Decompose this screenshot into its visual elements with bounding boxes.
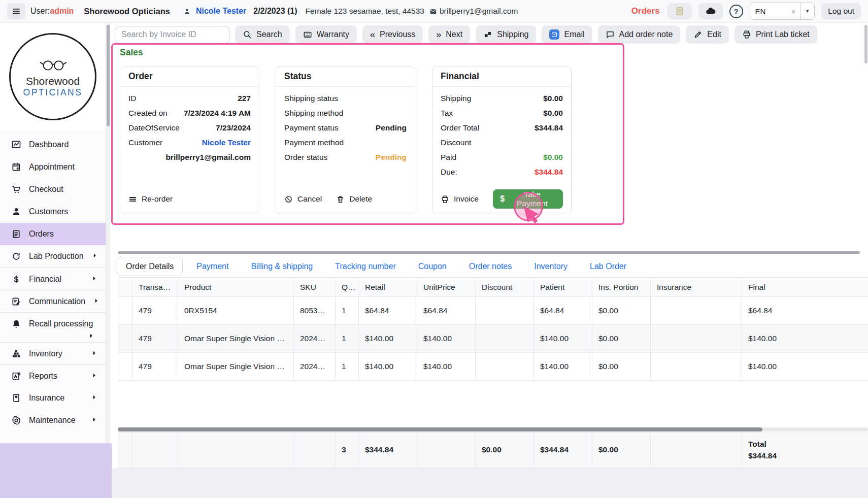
- upper-horizontal-scrollbar[interactable]: [118, 251, 860, 254]
- sidebar-nav: DashboardAppointmentCheckoutCustomersOrd…: [0, 130, 106, 431]
- shipping-button[interactable]: Shipping: [476, 25, 536, 44]
- sidebar-scrollbar-thumb[interactable]: [107, 25, 110, 126]
- sidebar-scrollbar[interactable]: [106, 23, 110, 443]
- sidebar-item-orders[interactable]: Orders: [0, 223, 106, 245]
- warranty-button[interactable]: Warranty: [295, 25, 357, 44]
- sidebar-item-reports[interactable]: Reports: [0, 364, 106, 387]
- main-content: SearchWarranty«Previouss»NextShippingEma…: [110, 23, 868, 468]
- financial-card-row: Due:$344.84: [441, 168, 563, 177]
- sidebar-item-appointment[interactable]: Appointment: [0, 156, 106, 178]
- sidebar-item-inventory[interactable]: Inventory: [0, 342, 106, 364]
- chevron-right-icon[interactable]: [0, 333, 106, 342]
- sidebar-item-communication[interactable]: Communication: [0, 290, 106, 312]
- sidebar: Shorewood OPTICIANS DashboardAppointment…: [0, 23, 106, 443]
- field-label: ID: [128, 94, 137, 103]
- search-button[interactable]: Search: [235, 25, 290, 44]
- sidebar-item-lab-production[interactable]: Lab Production: [0, 245, 106, 268]
- chevron-down-icon[interactable]: ▼: [800, 3, 814, 19]
- tab-coupon[interactable]: Coupon: [410, 257, 455, 276]
- delete-button[interactable]: Delete: [336, 194, 372, 204]
- add-order-note-button[interactable]: Add order note: [598, 25, 681, 44]
- totals-cell: [294, 433, 336, 468]
- column-header[interactable]: Final: [742, 278, 868, 297]
- previouss-button[interactable]: «Previouss: [362, 25, 423, 44]
- tab-tracking-number[interactable]: Tracking number: [326, 257, 404, 276]
- table-cell: Omar Super Single Vision 1.53: [178, 325, 294, 353]
- sidebar-item-label: Communication: [29, 297, 85, 306]
- tab-order-notes[interactable]: Order notes: [460, 257, 520, 276]
- financial-card-row: Order Total$344.84: [441, 123, 563, 132]
- take-payment-button[interactable]: $Take Payment: [493, 189, 563, 209]
- cloud-sync-button[interactable]: [698, 3, 723, 19]
- re-order-button[interactable]: Re-order: [128, 194, 173, 204]
- chevron-right-icon: [91, 252, 98, 261]
- table-horizontal-scrollbar[interactable]: [118, 427, 868, 431]
- column-header[interactable]: Ins. Portion: [592, 278, 651, 297]
- table-row[interactable]: 479Omar Super Single Vision 1.53202405..…: [118, 325, 868, 353]
- sidebar-item-insurance[interactable]: Insurance: [0, 387, 106, 409]
- main-vertical-scrollbar-thumb[interactable]: [864, 25, 867, 63]
- report-icon: [11, 371, 21, 381]
- tab-inventory[interactable]: Inventory: [525, 257, 576, 276]
- column-header[interactable]: Discount: [476, 278, 534, 297]
- help-button[interactable]: ?: [729, 5, 743, 18]
- cancel-button[interactable]: Cancel: [284, 194, 322, 204]
- column-header[interactable]: Insurance: [651, 278, 742, 297]
- sidebar-item-recall-processing[interactable]: Recall processing: [0, 312, 106, 335]
- sidebar-item-customers[interactable]: Customers: [0, 201, 106, 223]
- table-header-row: Transacti...ProductSKUQty.RetailUnitPric…: [118, 278, 868, 297]
- column-header[interactable]: Product: [178, 278, 294, 297]
- column-header[interactable]: SKU: [294, 278, 336, 297]
- table-cell: 1: [336, 297, 359, 325]
- edit-button[interactable]: Edit: [686, 25, 729, 44]
- table-cell: $0.00: [592, 325, 651, 353]
- sidebar-item-financial[interactable]: Financial: [0, 268, 106, 290]
- print-lab-ticket-button[interactable]: Print Lab ticket: [735, 25, 817, 44]
- column-header[interactable]: [118, 278, 132, 297]
- order-details-table: Transacti...ProductSKUQty.RetailUnitPric…: [118, 277, 868, 381]
- field-label: Tax: [441, 109, 453, 118]
- hamburger-menu-button[interactable]: [7, 3, 25, 19]
- toolbar-button-label: Previouss: [380, 30, 415, 39]
- sidebar-item-dashboard[interactable]: Dashboard: [0, 134, 106, 156]
- logout-button[interactable]: Log out: [821, 3, 861, 19]
- column-header[interactable]: Patient: [534, 278, 592, 297]
- table-cell: 1: [336, 325, 359, 353]
- toolbar-button-label: Edit: [707, 30, 721, 39]
- tab-payment[interactable]: Payment: [188, 257, 237, 276]
- language-selector[interactable]: EN × ▼: [750, 3, 815, 20]
- table-row[interactable]: 4790RX5154805367...1$64.84$64.84$64.84$0…: [118, 297, 868, 325]
- customer-name-link[interactable]: Nicole Tester: [196, 7, 246, 16]
- table-cell: 479: [132, 353, 178, 381]
- field-label: DateOfService: [128, 123, 180, 132]
- tab-lab-order[interactable]: Lab Order: [581, 257, 635, 276]
- order-card-row: ID227: [128, 94, 251, 103]
- sidebar-item-checkout[interactable]: Checkout: [0, 178, 106, 201]
- table-row[interactable]: 479Omar Super Single Vision 1.53202405..…: [118, 353, 868, 381]
- printer-icon: [742, 30, 751, 39]
- chevron-right-icon: [91, 393, 97, 403]
- language-clear-icon[interactable]: ×: [787, 3, 800, 19]
- table-cell: [476, 297, 534, 325]
- field-value: Pending: [376, 153, 407, 162]
- email-button[interactable]: Email: [542, 25, 592, 44]
- field-value: 7/23/2024: [216, 123, 251, 132]
- column-header[interactable]: Transacti...: [132, 278, 178, 297]
- table-cell: $0.00: [592, 297, 651, 325]
- app-shortcut-button[interactable]: [667, 3, 692, 19]
- order-card-rows: ID227Created on7/23/2024 4:19 AMDateOfSe…: [120, 87, 259, 162]
- tab-billing-shipping[interactable]: Billing & shipping: [242, 257, 321, 276]
- compose-icon: [11, 296, 21, 307]
- order-card-row: brillperry1@gmail.com: [128, 153, 251, 162]
- next-button[interactable]: »Next: [428, 25, 470, 44]
- table-horizontal-scrollbar-thumb[interactable]: [118, 427, 762, 431]
- column-header[interactable]: Retail: [359, 278, 417, 297]
- column-header[interactable]: UnitPrice: [417, 278, 476, 297]
- tab-order-details[interactable]: Order Details: [117, 257, 183, 276]
- bell-icon: [11, 319, 21, 329]
- email-icon: [549, 29, 559, 40]
- search-input[interactable]: [115, 26, 229, 44]
- column-header[interactable]: Qty.: [336, 278, 359, 297]
- sidebar-item-maintenance[interactable]: Maintenance: [0, 409, 106, 431]
- invoice-button[interactable]: Invoice: [441, 194, 479, 204]
